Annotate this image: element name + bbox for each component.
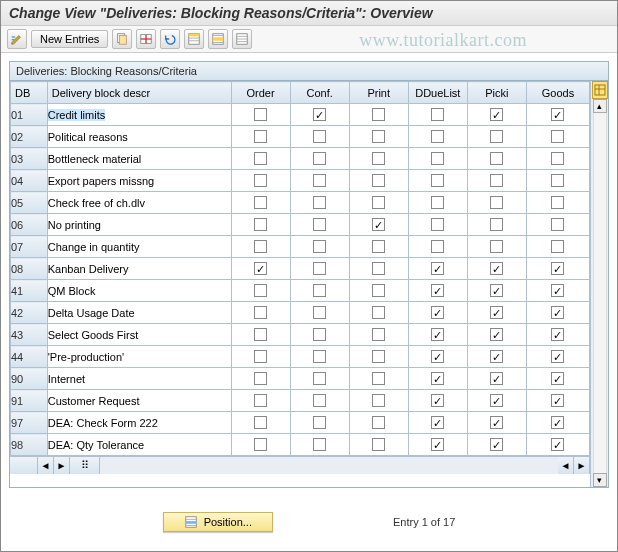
- goods-checkbox[interactable]: [551, 416, 564, 429]
- conf-checkbox[interactable]: [313, 372, 326, 385]
- goods-checkbox[interactable]: [551, 196, 564, 209]
- hscroll-right2-icon[interactable]: ►: [574, 457, 590, 474]
- order-checkbox[interactable]: [254, 284, 267, 297]
- print-checkbox[interactable]: [372, 306, 385, 319]
- print-checkbox[interactable]: [372, 152, 385, 165]
- table-row[interactable]: 08Kanban Delivery: [11, 258, 590, 280]
- conf-checkbox[interactable]: [313, 438, 326, 451]
- hscroll-right-icon[interactable]: ►: [54, 457, 70, 474]
- conf-checkbox[interactable]: [313, 328, 326, 341]
- picki-checkbox[interactable]: [490, 108, 503, 121]
- table-row[interactable]: 07Change in quantity: [11, 236, 590, 258]
- print-checkbox[interactable]: [372, 416, 385, 429]
- picki-checkbox[interactable]: [490, 328, 503, 341]
- conf-checkbox[interactable]: [313, 152, 326, 165]
- print-checkbox[interactable]: [372, 438, 385, 451]
- dduelist-checkbox[interactable]: [431, 350, 444, 363]
- conf-checkbox[interactable]: [313, 174, 326, 187]
- table-row[interactable]: 97DEA: Check Form 222: [11, 412, 590, 434]
- goods-checkbox[interactable]: [551, 394, 564, 407]
- table-row[interactable]: 04Export papers missng: [11, 170, 590, 192]
- dduelist-checkbox[interactable]: [431, 240, 444, 253]
- dduelist-checkbox[interactable]: [431, 416, 444, 429]
- goods-checkbox[interactable]: [551, 262, 564, 275]
- vscroll-down-icon[interactable]: ▾: [593, 473, 607, 487]
- print-checkbox[interactable]: [372, 372, 385, 385]
- undo-button[interactable]: [160, 29, 180, 49]
- descr-cell[interactable]: DEA: Qty Tolerance: [47, 434, 231, 456]
- order-checkbox[interactable]: [254, 218, 267, 231]
- hscroll-track[interactable]: [100, 457, 558, 474]
- descr-cell[interactable]: 'Pre-production': [47, 346, 231, 368]
- picki-checkbox[interactable]: [490, 416, 503, 429]
- row-selector[interactable]: 08: [11, 258, 48, 280]
- copy-as-button[interactable]: [112, 29, 132, 49]
- order-checkbox[interactable]: [254, 130, 267, 143]
- goods-checkbox[interactable]: [551, 152, 564, 165]
- picki-checkbox[interactable]: [490, 174, 503, 187]
- deselect-all-button[interactable]: [232, 29, 252, 49]
- descr-cell[interactable]: Internet: [47, 368, 231, 390]
- row-selector[interactable]: 03: [11, 148, 48, 170]
- goods-checkbox[interactable]: [551, 350, 564, 363]
- row-selector[interactable]: 97: [11, 412, 48, 434]
- descr-cell[interactable]: Bottleneck material: [47, 148, 231, 170]
- picki-checkbox[interactable]: [490, 262, 503, 275]
- print-checkbox[interactable]: [372, 284, 385, 297]
- row-selector[interactable]: 98: [11, 434, 48, 456]
- picki-checkbox[interactable]: [490, 350, 503, 363]
- col-order[interactable]: Order: [231, 82, 290, 104]
- select-block-button[interactable]: [208, 29, 228, 49]
- dduelist-checkbox[interactable]: [431, 262, 444, 275]
- descr-cell[interactable]: DEA: Check Form 222: [47, 412, 231, 434]
- select-all-button[interactable]: [184, 29, 204, 49]
- print-checkbox[interactable]: [372, 108, 385, 121]
- goods-checkbox[interactable]: [551, 438, 564, 451]
- print-checkbox[interactable]: [372, 262, 385, 275]
- print-checkbox[interactable]: [372, 240, 385, 253]
- print-checkbox[interactable]: [372, 350, 385, 363]
- goods-checkbox[interactable]: [551, 108, 564, 121]
- descr-cell[interactable]: QM Block: [47, 280, 231, 302]
- goods-checkbox[interactable]: [551, 218, 564, 231]
- row-selector[interactable]: 90: [11, 368, 48, 390]
- data-grid[interactable]: DB Delivery block descr Order Conf. Prin…: [10, 81, 590, 456]
- table-row[interactable]: 05Check free of ch.dlv: [11, 192, 590, 214]
- descr-cell[interactable]: Kanban Delivery: [47, 258, 231, 280]
- descr-cell[interactable]: Credit limits: [47, 104, 231, 126]
- table-row[interactable]: 01Credit limits: [11, 104, 590, 126]
- picki-checkbox[interactable]: [490, 130, 503, 143]
- goods-checkbox[interactable]: [551, 306, 564, 319]
- table-row[interactable]: 06No printing: [11, 214, 590, 236]
- conf-checkbox[interactable]: [313, 284, 326, 297]
- picki-checkbox[interactable]: [490, 438, 503, 451]
- conf-checkbox[interactable]: [313, 262, 326, 275]
- row-selector[interactable]: 44: [11, 346, 48, 368]
- picki-checkbox[interactable]: [490, 372, 503, 385]
- row-selector[interactable]: 91: [11, 390, 48, 412]
- order-checkbox[interactable]: [254, 152, 267, 165]
- row-selector[interactable]: 42: [11, 302, 48, 324]
- row-selector[interactable]: 41: [11, 280, 48, 302]
- conf-checkbox[interactable]: [313, 240, 326, 253]
- row-selector[interactable]: 02: [11, 126, 48, 148]
- conf-checkbox[interactable]: [313, 394, 326, 407]
- order-checkbox[interactable]: [254, 416, 267, 429]
- row-selector[interactable]: 43: [11, 324, 48, 346]
- dduelist-checkbox[interactable]: [431, 152, 444, 165]
- table-row[interactable]: 90Internet: [11, 368, 590, 390]
- order-checkbox[interactable]: [254, 108, 267, 121]
- descr-cell[interactable]: No printing: [47, 214, 231, 236]
- conf-checkbox[interactable]: [313, 130, 326, 143]
- goods-checkbox[interactable]: [551, 284, 564, 297]
- horizontal-scrollbar[interactable]: ◄ ► ⠿ ◄ ►: [10, 456, 590, 474]
- picki-checkbox[interactable]: [490, 196, 503, 209]
- dduelist-checkbox[interactable]: [431, 372, 444, 385]
- vscroll-track[interactable]: [593, 113, 607, 473]
- conf-checkbox[interactable]: [313, 306, 326, 319]
- dduelist-checkbox[interactable]: [431, 218, 444, 231]
- table-row[interactable]: 42Delta Usage Date: [11, 302, 590, 324]
- table-row[interactable]: 91Customer Request: [11, 390, 590, 412]
- dduelist-checkbox[interactable]: [431, 394, 444, 407]
- picki-checkbox[interactable]: [490, 218, 503, 231]
